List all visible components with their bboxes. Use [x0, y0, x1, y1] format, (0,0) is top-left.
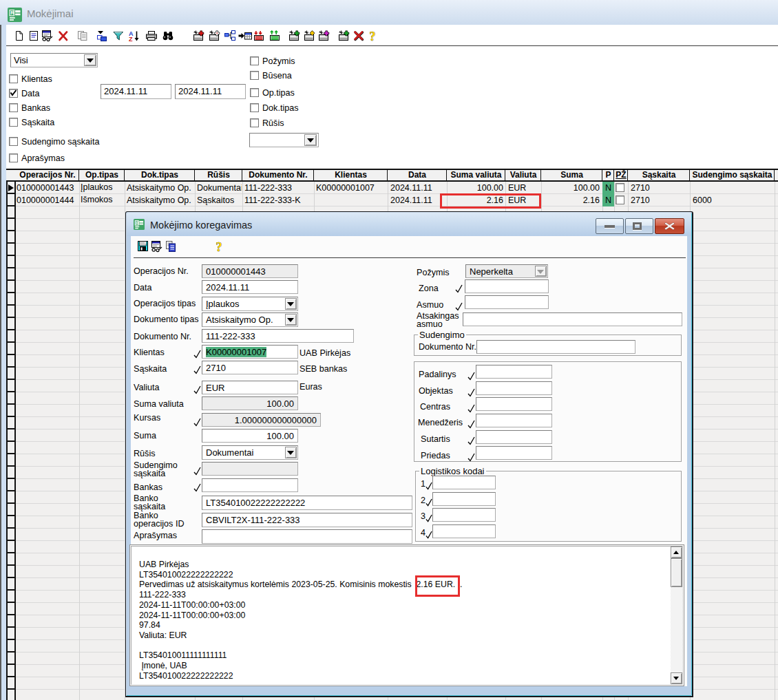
svg-text:?: ? — [370, 30, 376, 42]
svg-text:Z: Z — [129, 36, 133, 42]
svg-text:?: ? — [216, 241, 222, 253]
svg-text:R: R — [136, 220, 139, 225]
svg-text:R: R — [10, 10, 14, 16]
